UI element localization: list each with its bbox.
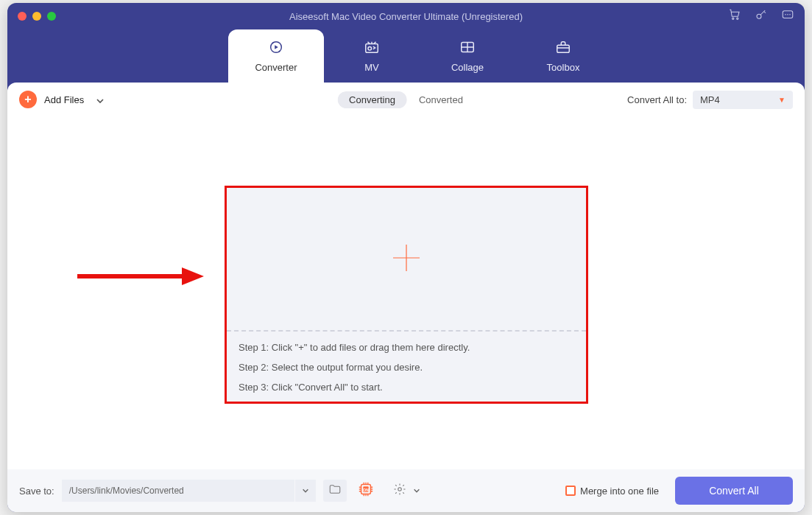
chevron-down-icon: ▼ <box>778 96 785 104</box>
plus-large-icon <box>389 240 424 278</box>
mv-icon <box>362 39 381 57</box>
window-controls <box>18 12 56 21</box>
save-to-label: Save to: <box>19 486 54 497</box>
save-path-value: /Users/link/Movies/Converted <box>69 486 184 496</box>
toolbar: + Add Files Converting Converted Convert… <box>7 83 805 116</box>
tab-converter[interactable]: Converter <box>228 29 324 83</box>
tab-collage[interactable]: Collage <box>420 29 515 83</box>
key-icon[interactable] <box>755 8 768 24</box>
app-window: Aiseesoft Mac Video Converter Ultimate (… <box>7 3 805 512</box>
save-path-dropdown[interactable] <box>295 480 316 502</box>
step-2-text: Step 2: Select the output format you des… <box>239 362 574 373</box>
tab-label: MV <box>364 62 379 73</box>
gpu-accel-button[interactable]: ON <box>354 480 378 502</box>
svg-point-10 <box>368 47 372 51</box>
gpu-chip-icon: ON <box>358 481 374 500</box>
add-files-label[interactable]: Add Files <box>44 94 84 105</box>
annotation-arrow <box>75 267 204 285</box>
gear-icon <box>393 483 406 499</box>
tab-mv[interactable]: MV <box>324 29 420 83</box>
merge-checkbox-group[interactable]: Merge into one file <box>565 486 659 497</box>
tab-label: Converter <box>255 62 297 73</box>
tab-label: Collage <box>451 62 484 73</box>
cart-icon[interactable] <box>728 8 741 24</box>
add-files-button[interactable]: + <box>19 91 37 108</box>
bottom-bar: Save to: /Users/link/Movies/Converted <box>7 469 805 512</box>
selected-format: MP4 <box>700 94 720 105</box>
window-title: Aiseesoft Mac Video Converter Ultimate (… <box>7 11 805 22</box>
main-tabs: Converter MV Collage Toolbox <box>7 29 805 83</box>
toolbox-icon <box>554 39 573 57</box>
svg-point-2 <box>757 14 761 18</box>
step-1-text: Step 1: Click "+" to add files or drag t… <box>239 342 574 353</box>
svg-marker-8 <box>275 45 278 49</box>
tab-toolbox[interactable]: Toolbox <box>515 29 611 83</box>
add-files-dropdown[interactable] <box>96 95 105 104</box>
svg-point-4 <box>785 14 786 15</box>
svg-point-18 <box>398 488 401 491</box>
step-3-text: Step 3: Click "Convert All" to start. <box>239 382 574 393</box>
svg-point-0 <box>732 18 734 19</box>
plus-icon: + <box>24 93 31 106</box>
output-format-select[interactable]: MP4 ▼ <box>693 91 793 109</box>
merge-checkbox[interactable] <box>565 486 576 496</box>
converter-icon <box>266 39 286 57</box>
svg-marker-14 <box>182 267 204 285</box>
save-path-field[interactable]: /Users/link/Movies/Converted <box>62 480 294 502</box>
merge-label: Merge into one file <box>580 486 659 497</box>
chevron-down-icon <box>413 484 420 497</box>
minimize-window-button[interactable] <box>32 12 41 21</box>
collage-icon <box>458 39 477 57</box>
tab-label: Toolbox <box>547 62 580 73</box>
svg-rect-12 <box>557 45 570 52</box>
svg-point-6 <box>789 14 791 15</box>
close-window-button[interactable] <box>18 12 27 21</box>
convert-all-button[interactable]: Convert All <box>675 477 793 505</box>
svg-point-5 <box>787 14 788 15</box>
segment-control: Converting Converted <box>337 91 475 108</box>
svg-point-1 <box>737 18 738 19</box>
settings-button[interactable] <box>388 480 420 502</box>
folder-icon <box>328 483 342 499</box>
main-area: Step 1: Click "+" to add files or drag t… <box>7 116 805 469</box>
content-area: + Add Files Converting Converted Convert… <box>7 83 805 512</box>
feedback-icon[interactable] <box>781 8 794 24</box>
segment-converting[interactable]: Converting <box>337 91 407 108</box>
maximize-window-button[interactable] <box>47 12 56 21</box>
title-actions <box>728 8 794 24</box>
segment-converted[interactable]: Converted <box>407 91 475 108</box>
titlebar: Aiseesoft Mac Video Converter Ultimate (… <box>7 3 805 29</box>
dropzone-add-button[interactable] <box>227 188 586 330</box>
convert-all-to-group: Convert All to: MP4 ▼ <box>627 91 793 109</box>
open-folder-button[interactable] <box>323 480 347 502</box>
file-dropzone[interactable]: Step 1: Click "+" to add files or drag t… <box>225 186 588 404</box>
dropzone-instructions: Step 1: Click "+" to add files or drag t… <box>227 332 586 402</box>
convert-all-to-label: Convert All to: <box>627 94 687 105</box>
svg-text:ON: ON <box>363 488 369 492</box>
